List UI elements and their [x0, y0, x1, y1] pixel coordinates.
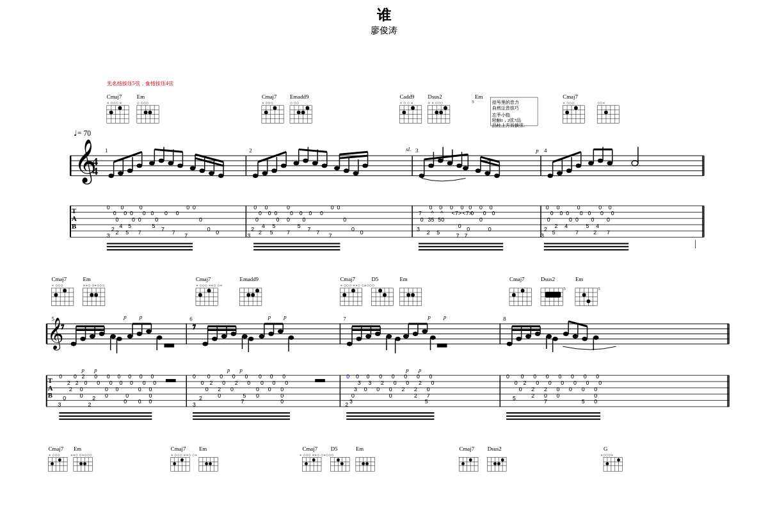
svg-text:0: 0	[611, 210, 614, 216]
svg-text:0: 0	[360, 229, 364, 235]
svg-point-37	[273, 106, 277, 110]
svg-point-588	[553, 337, 558, 341]
svg-text:0: 0	[130, 210, 133, 216]
svg-text:7: 7	[61, 323, 64, 330]
svg-point-552	[347, 342, 352, 346]
svg-point-73	[435, 110, 438, 114]
svg-text:无名指按压5弦，食指按压4弦: 无名指按压5弦，食指按压4弦	[107, 81, 173, 86]
svg-rect-793	[199, 457, 218, 471]
svg-text:0: 0	[320, 210, 323, 216]
svg-text:0: 0	[557, 204, 560, 210]
svg-point-127	[109, 173, 114, 177]
svg-text:×○○○×: ×○○○×	[600, 452, 613, 456]
svg-text:T: T	[48, 376, 53, 384]
svg-text:5: 5	[125, 229, 129, 235]
svg-text:0: 0	[207, 226, 211, 232]
svg-text:sl.: sl.	[406, 146, 411, 152]
svg-text:0: 0	[571, 373, 574, 380]
svg-point-550	[289, 335, 294, 339]
svg-point-149	[209, 171, 214, 175]
svg-text:0: 0	[468, 204, 472, 210]
svg-text:G: G	[604, 446, 608, 452]
svg-text:轻触1，2弦7品: 轻触1，2弦7品	[492, 118, 521, 122]
svg-text:0: 0	[417, 373, 420, 380]
svg-text:0: 0	[232, 373, 236, 380]
svg-rect-466	[545, 292, 561, 298]
svg-text:7: 7	[419, 210, 422, 216]
svg-text:0: 0	[519, 385, 522, 392]
svg-text:5: 5	[563, 286, 566, 291]
svg-text:5: 5	[552, 229, 556, 235]
svg-text:0: 0	[337, 204, 340, 210]
svg-point-422	[342, 293, 346, 297]
svg-text:0: 0	[117, 373, 120, 380]
svg-text:2: 2	[249, 147, 252, 154]
svg-text:|: |	[694, 239, 696, 248]
svg-point-386	[90, 293, 93, 297]
svg-point-590	[563, 332, 568, 335]
svg-text:0: 0	[244, 373, 248, 380]
svg-text:0: 0	[176, 210, 179, 216]
svg-text:0: 0	[290, 210, 293, 216]
svg-text:0: 0	[107, 204, 110, 210]
svg-text:0: 0	[216, 229, 219, 235]
svg-point-510	[99, 332, 104, 335]
svg-text:1: 1	[105, 147, 108, 154]
svg-point-375	[63, 289, 67, 293]
svg-text:0: 0	[392, 373, 395, 380]
svg-text:5: 5	[273, 223, 276, 229]
svg-point-151	[218, 173, 223, 177]
svg-text:0: 0	[343, 216, 346, 223]
svg-point-477	[582, 293, 586, 297]
svg-text:0: 0	[253, 204, 257, 210]
svg-point-208	[566, 169, 572, 173]
svg-text:7: 7	[456, 232, 460, 238]
svg-point-520	[137, 332, 142, 335]
title-section: 谁 廖俊涛	[371, 6, 397, 36]
svg-point-811	[305, 462, 308, 465]
svg-text:0: 0	[607, 216, 610, 223]
svg-text:p: p	[139, 314, 143, 320]
svg-point-580	[525, 334, 531, 338]
svg-text:Dsus2: Dsus2	[541, 276, 555, 282]
svg-text:0: 0	[598, 380, 602, 386]
svg-text:Em: Em	[137, 93, 145, 100]
svg-point-852	[497, 462, 500, 465]
svg-text:2: 2	[381, 380, 384, 386]
svg-text:p: p	[227, 367, 230, 373]
svg-point-206	[557, 171, 562, 175]
svg-point-74	[439, 110, 443, 114]
svg-text:0: 0	[74, 373, 77, 380]
svg-text:0: 0	[287, 204, 290, 210]
svg-text:p: p	[418, 367, 422, 373]
svg-text:0: 0	[186, 204, 189, 210]
svg-text:0: 0	[153, 380, 156, 386]
svg-text:7: 7	[607, 229, 610, 235]
svg-text:0: 0	[596, 373, 599, 380]
svg-point-769	[58, 458, 61, 462]
svg-point-566	[403, 334, 408, 338]
svg-text:0: 0	[351, 226, 355, 232]
svg-point-50	[305, 106, 309, 110]
svg-text:2: 2	[82, 373, 85, 380]
svg-text:0: 0	[143, 380, 146, 386]
svg-point-556	[366, 334, 371, 338]
svg-point-547	[278, 329, 283, 333]
svg-text:0: 0	[544, 392, 547, 398]
svg-text:p: p	[535, 147, 539, 154]
svg-text:0: 0	[546, 204, 549, 210]
svg-text:0: 0	[308, 210, 312, 216]
svg-text:Em: Em	[575, 276, 583, 282]
svg-text:0: 0	[270, 373, 273, 380]
svg-point-187	[438, 159, 443, 163]
svg-text:p: p	[81, 367, 85, 373]
svg-point-374	[54, 293, 58, 297]
svg-text:0: 0	[429, 204, 433, 210]
svg-text:7: 7	[287, 229, 290, 235]
svg-point-508	[90, 334, 95, 338]
svg-text:0: 0	[490, 204, 493, 210]
svg-text:品柱上方后拨弦。: 品柱上方后拨弦。	[492, 123, 528, 127]
svg-text:0: 0	[515, 380, 518, 386]
svg-point-210	[576, 164, 581, 168]
svg-point-801	[209, 462, 212, 465]
